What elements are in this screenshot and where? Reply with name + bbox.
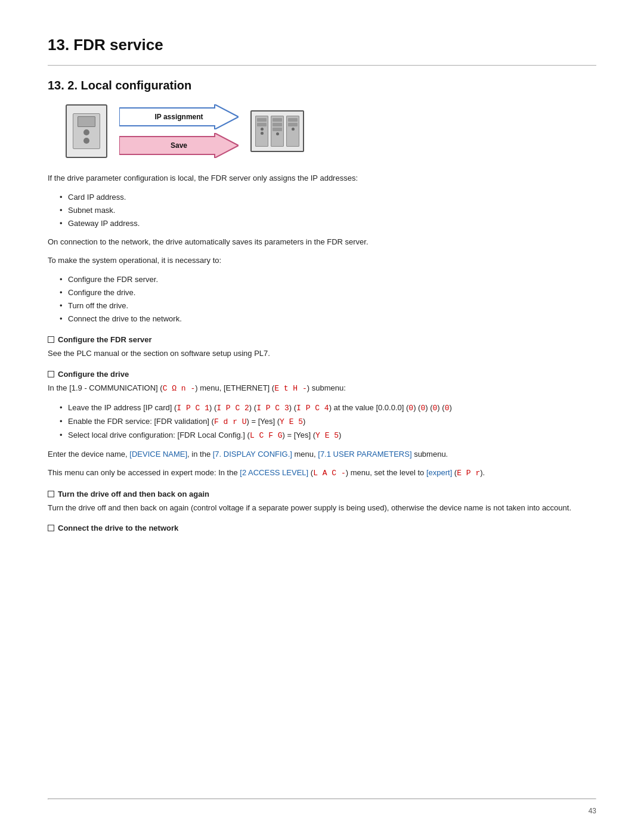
turn-off-body: Turn the drive off and then back on agai… [48,502,596,515]
configure-fdr-body: See the PLC manual or the section on sof… [48,348,596,360]
title-divider [48,65,596,66]
bullet-local-config: Select local drive configuration: [FDR L… [60,429,596,442]
bullet-fdr-enable: Enable the FDR service: [FDR validation]… [60,415,596,429]
heading-configure-fdr: Configure the FDR server [48,335,596,344]
bullet-configure-fdr: Configure the FDR server. [60,273,596,286]
heading-configure-fdr-label: Configure the FDR server [58,335,151,344]
heading-turn-off-label: Turn the drive off and then back on agai… [58,490,209,498]
server-device [250,110,304,152]
heading-connect-label: Connect the drive to the network [58,524,178,532]
bullet-configure-drive: Configure the drive. [60,286,596,299]
device-name-para: Enter the device name, [DEVICE NAME], in… [48,448,596,461]
para3: To make the system operational, it is ne… [48,255,596,267]
bottom-divider [48,798,596,800]
heading-turn-off: Turn the drive off and then back on agai… [48,490,596,498]
para2: On connection to the network, the drive … [48,236,596,249]
bullets-ops: Configure the FDR server. Configure the … [60,273,596,326]
checkbox-icon-3 [48,491,54,497]
bullet-subnet: Subnet mask. [60,204,596,217]
heading-configure-drive: Configure the drive [48,370,596,379]
configure-drive-bullets: Leave the IP address [IP card] (I P C 1)… [60,401,596,442]
checkbox-icon-2 [48,371,54,377]
heading-configure-drive-label: Configure the drive [58,370,129,379]
bullet-turn-off: Turn off the drive. [60,299,596,312]
page-number: 43 [589,807,596,815]
checkbox-icon [48,336,54,343]
expert-mode-para: This menu can only be accessed in expert… [48,467,596,480]
checkbox-icon-4 [48,525,54,531]
intro-text: If the drive parameter configuration is … [48,172,596,185]
svg-marker-0 [119,104,239,129]
bullet-gateway: Gateway IP address. [60,217,596,230]
arrows-block: IP assignment Save [119,104,239,158]
chapter-title: 13. FDR service [48,36,596,54]
bullet-connect: Connect the drive to the network. [60,312,596,326]
bullet-card-ip: Card IP address. [60,191,596,204]
configure-drive-intro: In the [1.9 - COMMUNICATION] (C Ω n -) m… [48,382,596,395]
svg-marker-1 [119,133,239,158]
save-arrow: Save [119,133,239,158]
section-title: 13. 2. Local configuration [48,79,596,92]
ip-assignment-arrow: IP assignment [119,104,239,129]
heading-connect: Connect the drive to the network [48,524,596,532]
drive-device [66,104,107,158]
bullets-ip: Card IP address. Subnet mask. Gateway IP… [60,191,596,230]
bullet-ip-leave: Leave the IP address [IP card] (I P C 1)… [60,401,596,415]
diagram-area: IP assignment Save [66,104,596,158]
